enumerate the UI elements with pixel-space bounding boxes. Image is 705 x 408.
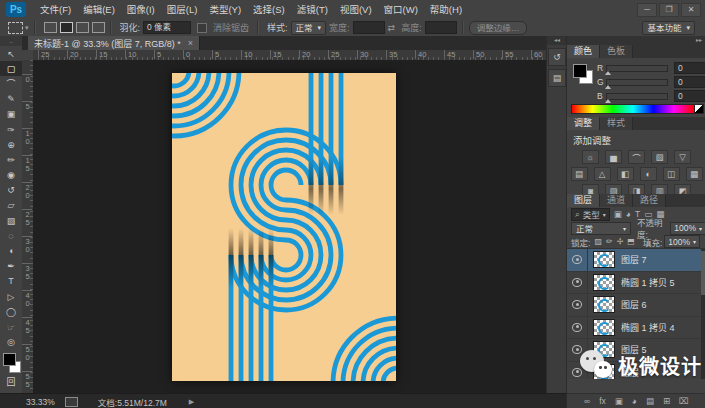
adj-exposure[interactable]: ▧: [651, 150, 668, 164]
maximize-button[interactable]: ❐: [659, 3, 679, 17]
channel-value-input[interactable]: 0: [674, 76, 705, 88]
lasso-tool[interactable]: ⌒: [0, 76, 22, 91]
menu-select[interactable]: 选择(S): [247, 0, 291, 19]
adj-channel-mixer[interactable]: ◫: [663, 167, 680, 181]
healing-brush-tool[interactable]: ⊕: [0, 137, 22, 152]
height-input[interactable]: [425, 21, 457, 34]
fill-select[interactable]: 100%▾: [664, 235, 700, 248]
zoom-level-input[interactable]: 33.33%: [26, 397, 55, 407]
layer-row[interactable]: 椭圆 1 拷贝 5: [567, 272, 705, 295]
adj-levels[interactable]: ▅: [605, 150, 622, 164]
hand-tool[interactable]: ☞: [0, 319, 22, 334]
quick-mask-button[interactable]: 回: [0, 374, 22, 389]
layer-row[interactable]: 图层 7: [567, 249, 705, 272]
adj-color-lookup[interactable]: ▦: [686, 167, 703, 181]
menu-window[interactable]: 窗口(W): [378, 0, 424, 19]
tab-color[interactable]: 颜色: [567, 45, 600, 58]
close-button[interactable]: ✕: [681, 3, 701, 17]
visibility-toggle[interactable]: [567, 294, 588, 316]
collapse-dock-icon[interactable]: ▸▸: [567, 36, 705, 45]
style-select[interactable]: 正常▾: [291, 21, 327, 35]
menu-image[interactable]: 图像(I): [121, 0, 161, 19]
menu-edit[interactable]: 编辑(E): [77, 0, 121, 19]
document-tab[interactable]: 未标题-1 @ 33.3% (图层 7, RGB/8) * ×: [28, 36, 200, 50]
type-tool[interactable]: T: [0, 274, 22, 289]
lock-transparency-icon[interactable]: ▨: [594, 237, 602, 246]
crop-tool[interactable]: ▣: [0, 107, 22, 122]
new-adjustment-icon[interactable]: ◕: [632, 395, 637, 408]
channel-value-input[interactable]: 0: [674, 62, 705, 74]
add-mask-icon[interactable]: ▣: [615, 395, 623, 408]
visibility-toggle[interactable]: [567, 317, 588, 339]
delete-layer-icon[interactable]: ⌧: [679, 395, 689, 408]
tab-styles[interactable]: 样式: [600, 117, 633, 130]
lock-all-icon[interactable]: ⬒: [627, 237, 635, 246]
refine-edge-button[interactable]: 调整边缘…: [469, 21, 528, 35]
swap-dimensions-icon[interactable]: ⇄: [388, 23, 396, 33]
layer-row[interactable]: 椭圆 1 拷贝 4: [567, 317, 705, 340]
spectrum-bw-swatch[interactable]: [694, 104, 704, 114]
adj-black-white[interactable]: ◧: [617, 167, 634, 181]
path-select-tool[interactable]: ▷: [0, 289, 22, 304]
tab-adjustments[interactable]: 调整: [567, 117, 600, 130]
menu-view[interactable]: 视图(V): [334, 0, 378, 19]
tab-close-icon[interactable]: ×: [188, 38, 193, 48]
menu-layer[interactable]: 图层(L): [161, 0, 204, 19]
feather-input[interactable]: 0 像素: [143, 21, 191, 34]
workspace-select[interactable]: 基本功能▾: [642, 21, 695, 35]
layer-thumbnail[interactable]: [593, 319, 615, 336]
channel-slider[interactable]: [606, 93, 668, 100]
filter-adjustment-layers-icon[interactable]: ◕: [626, 209, 631, 219]
slider-thumb[interactable]: [605, 99, 611, 103]
clone-stamp-tool[interactable]: ◉: [0, 168, 22, 183]
channel-value-input[interactable]: 0: [674, 90, 705, 102]
selection-subtract-icon[interactable]: [76, 22, 89, 33]
width-input[interactable]: [353, 21, 385, 34]
menu-file[interactable]: 文件(F): [34, 0, 77, 19]
selection-new-icon[interactable]: [44, 22, 57, 33]
move-tool[interactable]: ↖: [0, 46, 22, 61]
menu-type[interactable]: 类型(Y): [203, 0, 247, 19]
visibility-toggle[interactable]: [567, 249, 588, 271]
link-layers-icon[interactable]: ∞: [584, 395, 590, 408]
selection-intersect-icon[interactable]: [92, 22, 105, 33]
layer-thumbnail[interactable]: [593, 274, 615, 291]
canvas-viewport[interactable]: [33, 60, 546, 393]
opacity-select[interactable]: 100%▾: [670, 222, 705, 235]
channel-slider[interactable]: [606, 79, 668, 86]
adj-photo-filter[interactable]: ◐: [640, 167, 657, 181]
current-tool-icon[interactable]: [8, 22, 23, 34]
quick-selection-tool[interactable]: ✎: [0, 92, 22, 107]
tool-preset-arrow-icon[interactable]: ▾: [25, 24, 29, 32]
layer-thumbnail[interactable]: [593, 296, 615, 313]
visibility-toggle[interactable]: [567, 272, 588, 294]
channel-slider[interactable]: [606, 65, 668, 72]
expand-dock-icon[interactable]: ◂◂: [547, 36, 567, 45]
adj-hue-saturation[interactable]: ▤: [571, 167, 588, 181]
marquee-tool[interactable]: ▢: [0, 61, 22, 76]
history-brush-tool[interactable]: ↺: [0, 183, 22, 198]
slider-thumb[interactable]: [605, 85, 611, 89]
antialias-checkbox[interactable]: [197, 23, 207, 33]
blend-mode-select[interactable]: 正常▾: [571, 222, 631, 235]
scrollbar-thumb[interactable]: [701, 251, 705, 295]
brush-tool[interactable]: ✏: [0, 152, 22, 167]
canvas-artwork[interactable]: [172, 73, 396, 381]
collapsed-panel-history[interactable]: ↺: [548, 48, 566, 66]
pen-tool[interactable]: ✒: [0, 259, 22, 274]
dodge-tool[interactable]: ◖: [0, 243, 22, 258]
eraser-tool[interactable]: ▱: [0, 198, 22, 213]
adj-color-balance[interactable]: △: [594, 167, 611, 181]
tab-swatches[interactable]: 色板: [600, 45, 633, 58]
eyedropper-tool[interactable]: ✑: [0, 122, 22, 137]
layer-filter-select[interactable]: ⌕ 类型 ▾: [571, 208, 610, 221]
tab-layers[interactable]: 图层: [567, 194, 600, 207]
adj-vibrance[interactable]: ▽: [674, 150, 691, 164]
new-group-icon[interactable]: ▤: [646, 395, 654, 408]
tab-channels[interactable]: 通道: [600, 194, 633, 207]
menu-filter[interactable]: 滤镜(T): [291, 0, 334, 19]
adj-brightness-contrast[interactable]: ☼: [582, 150, 599, 164]
filter-pixel-layers-icon[interactable]: ▣: [614, 209, 622, 219]
color-spectrum-bar[interactable]: [571, 104, 695, 114]
layer-row[interactable]: 图层 6: [567, 294, 705, 317]
